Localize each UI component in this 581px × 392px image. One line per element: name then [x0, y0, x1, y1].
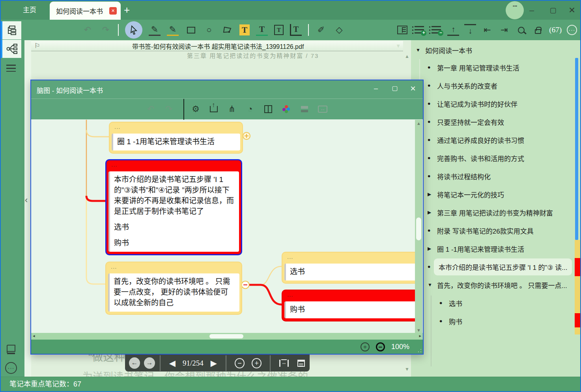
collapse-minus-badge[interactable] [242, 281, 249, 289]
remove-note-list-icon[interactable]: − [430, 24, 442, 36]
mindmap-node[interactable]: ... 首先，改变你的读书环境吧 。 只需要一点改变， 更好的读书体验便可以成就… [105, 262, 242, 315]
indent-decrease-icon[interactable]: ⇤ [481, 24, 493, 36]
outline-item[interactable]: ▼如何阅读一本书 [411, 42, 575, 58]
outline-item[interactable]: •将读书过程结构化 [411, 167, 575, 185]
expander-icon[interactable]: ▶ [428, 246, 437, 251]
prev-page-button[interactable]: ◀ [169, 359, 176, 368]
pen-tool-icon[interactable]: ✎ [149, 24, 161, 36]
outline-item[interactable]: •选书 [411, 294, 575, 312]
sidebar-item-mindmap[interactable] [1, 40, 21, 58]
new-tab-button[interactable]: + [124, 4, 130, 16]
bookmark-icon[interactable]: ⚐ [34, 42, 40, 50]
outline-item[interactable]: •第一章 用笔记管理读书生活 [411, 58, 575, 76]
mindmap-vertical-scrollbar[interactable]: ▲ ▼ [415, 120, 422, 334]
split-columns-icon[interactable] [262, 103, 274, 115]
add-note-list-icon[interactable]: + [413, 24, 425, 36]
mindmap-titlebar[interactable]: 脑图 - 如何阅读一本书 – ▢ ✕ [31, 80, 423, 98]
freehand-pen-icon[interactable]: ✐ [315, 24, 327, 36]
outline-item[interactable]: •只要坚持就一定会有效 [411, 113, 575, 131]
layers-icon[interactable] [299, 103, 310, 115]
structure-layout-icon[interactable]: ⋔ [226, 103, 238, 115]
scroll-down-icon[interactable]: ▼ [417, 328, 421, 333]
lock-icon[interactable] [532, 24, 544, 36]
resize-grip[interactable] [418, 349, 422, 353]
outline-item[interactable]: ▶圈 1 -1用笔记来管理读书生活 [411, 240, 575, 258]
text-strikeout-tool-icon[interactable]: T [290, 24, 302, 36]
scrollbar-thumb[interactable] [416, 217, 421, 240]
fit-width-icon[interactable]: ↔ [317, 103, 329, 115]
color-palette-icon[interactable] [280, 103, 292, 115]
text-highlight-tool-icon[interactable]: T [239, 24, 250, 35]
ellipse-tool-icon[interactable]: ○ [203, 24, 215, 36]
window-maximize-button[interactable]: ▢ [545, 1, 561, 20]
select-cursor-tool[interactable] [125, 21, 142, 39]
window-close-button[interactable]: ✕ [564, 1, 580, 20]
outline-item[interactable]: •通过笔记养成良好的读书习惯 [411, 131, 575, 149]
highlighter-tool-icon[interactable]: ✎ [167, 24, 179, 36]
outline-item[interactable]: ▼首先，改变你的读书环境吧 。 只需要一点... [411, 276, 575, 294]
text-underline-tool-icon[interactable]: T [256, 24, 268, 36]
mindmap-node[interactable]: ... 选书 [282, 252, 420, 284]
move-top-icon[interactable]: ↑ [447, 24, 459, 36]
text-box-tool-icon[interactable]: T [274, 25, 284, 35]
mindmap-close-button[interactable]: ✕ [406, 84, 420, 93]
sidebar-item-outline[interactable] [1, 21, 21, 39]
mindmap-horizontal-scrollbar[interactable]: ◂ ▸ [31, 333, 423, 340]
scroll-right-icon[interactable]: ▸ [419, 333, 421, 338]
mindmap-canvas[interactable]: ... 圈 1 -1用笔记来管理读书生活 ... 本市介绍的是读书笔记五步骤 '… [31, 120, 423, 334]
expander-icon[interactable]: ▼ [428, 282, 437, 288]
more-options-icon[interactable]: ··· [567, 25, 577, 35]
eraser-tool-icon[interactable]: ◇ [333, 24, 345, 36]
sidebar-item-more[interactable]: ··· [1, 359, 21, 377]
mindmap-undo-icon[interactable]: ↶ [145, 103, 157, 115]
outline-item[interactable]: •本市介绍的是读书笔记五步骤 'I 1 的”③ 读... [411, 258, 575, 276]
polygon-tool-icon[interactable] [221, 24, 233, 36]
history-clock-icon[interactable]: ◔ [244, 103, 256, 115]
outline-item[interactable]: •购书 [411, 312, 575, 330]
mindmap-redo-icon[interactable]: ↷ [163, 103, 175, 115]
fit-page-button[interactable] [297, 360, 305, 367]
sidebar-item-book[interactable] [1, 340, 21, 359]
app-menu-button[interactable]: ⋮ [506, 1, 524, 19]
expander-icon[interactable]: ▶ [428, 191, 437, 197]
history-forward-button[interactable]: → [144, 357, 155, 369]
page-zoom-out-button[interactable]: − [235, 358, 245, 368]
mindmap-maximize-button[interactable]: ▢ [388, 84, 402, 92]
mindmap-node-selected[interactable]: ... 本市介绍的是读书笔记五步骤 'I 1 的”③读书”和”④记录 ”两步所以… [105, 159, 242, 255]
expander-icon[interactable]: ▼ [416, 47, 425, 53]
move-bottom-icon[interactable]: ↓ [464, 24, 476, 36]
collapse-chevron-icon[interactable]: ‹ [25, 195, 28, 205]
scrollbar-thumb[interactable] [209, 334, 243, 338]
export-icon[interactable]: ↑ [208, 103, 220, 115]
indent-increase-icon[interactable]: ⇥ [498, 24, 510, 36]
mindmap-minimize-button[interactable]: – [369, 84, 383, 93]
history-back-button[interactable]: ← [129, 357, 140, 369]
window-minimize-button[interactable]: – [524, 1, 540, 20]
pdf-title-dropdown-icon[interactable]: ▼ [396, 43, 401, 49]
settings-gear-icon[interactable]: ⚙ [190, 103, 202, 115]
pdf-scroll-up-icon[interactable]: ▲ [405, 54, 409, 59]
tab-document[interactable]: 如何阅读一本书 ✕ [50, 2, 121, 20]
tab-home[interactable]: 主页 [20, 1, 39, 20]
expander-icon[interactable]: ▶ [428, 210, 437, 215]
outline-scrollbar[interactable] [575, 58, 578, 240]
pdf-header-bar[interactable]: ⚐ 带书签-如何有效阅读一本书 超实用笔记读书法_13991126.pdf ▼ [31, 41, 403, 51]
tab-close-icon[interactable]: ✕ [109, 7, 117, 15]
next-page-button[interactable]: ▶ [211, 359, 217, 368]
outline-item[interactable]: •完善购书、读书和活用的方式 [411, 149, 575, 167]
outline-item[interactable]: ▶将笔记本一元化的技巧 [411, 185, 575, 203]
outline-item[interactable]: •人与书关系的改变者 [411, 76, 575, 95]
zoom-in-button[interactable]: + [361, 342, 370, 351]
outline-item[interactable]: ▶第三章 用笔记把读过的书变为精神财富 [411, 203, 575, 221]
fit-width-button[interactable]: ↔ [279, 360, 288, 367]
mindmap-node[interactable]: ... 圈 1 -1用笔记来管理读书生活 [109, 122, 243, 154]
page-indicator[interactable]: 91/254 [183, 359, 204, 368]
sidebar-item-list[interactable] [1, 59, 21, 77]
rectangle-tool-icon[interactable] [185, 24, 197, 36]
outline-item[interactable]: •让笔记成为读书时的好伙伴 [411, 95, 575, 113]
side-panel-toggle-icon[interactable] [396, 24, 408, 36]
zoom-out-button[interactable]: − [376, 342, 385, 351]
outline-item[interactable]: •附录 写读书笔记的26款实用文具 [411, 221, 575, 240]
mindmap-node[interactable]: ... 购书 [282, 290, 420, 321]
pdf-scroll-down-icon[interactable]: ▼ [405, 366, 409, 372]
